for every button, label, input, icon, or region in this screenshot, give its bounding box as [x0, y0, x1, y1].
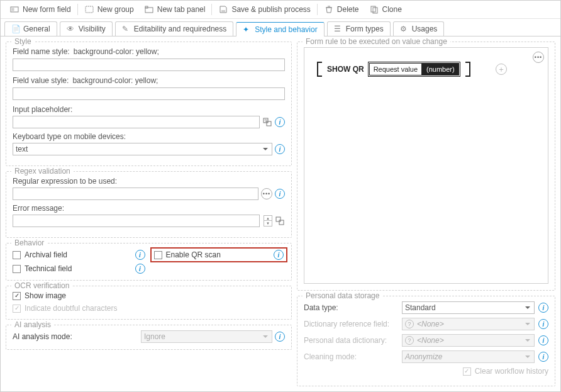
pers-dict-label: Personal data dictionary: — [304, 336, 398, 345]
data-type-select[interactable]: Standard — [402, 301, 535, 314]
tab-general[interactable]: 📄 General — [4, 21, 57, 36]
technical-label: Technical field — [25, 264, 131, 273]
form-rule-title: Form rule to be executed on value change — [303, 37, 450, 46]
rule-block[interactable]: SHOW QR Request value (number) — [313, 59, 474, 79]
save-publish-button[interactable]: Save & publish process — [213, 3, 315, 16]
pers-dict-value: <None> — [417, 336, 444, 345]
dict-ref-value: <None> — [417, 320, 444, 328]
data-type-row: Data type: Standard i — [304, 301, 548, 314]
app-window: New form field New group New tab panel S… — [0, 0, 561, 392]
field-value-style-row: Field value style: background-color: yel… — [13, 76, 285, 85]
visibility-icon: 👁 — [67, 25, 75, 33]
svg-rect-12 — [279, 220, 284, 225]
archival-label: Archival field — [25, 250, 131, 259]
svg-rect-5 — [221, 10, 225, 12]
rule-more-icon[interactable]: ••• — [533, 52, 544, 63]
separator — [317, 4, 318, 15]
input-placeholder-label: Input placeholder: — [13, 105, 285, 114]
info-icon[interactable]: i — [135, 264, 145, 274]
cleaning-select: Anonymize — [402, 350, 535, 363]
behavior-group-title: Behavior — [11, 238, 47, 247]
keyboard-type-select[interactable]: text — [13, 143, 272, 155]
info-icon[interactable]: i — [274, 250, 284, 260]
regex-error-input[interactable] — [13, 215, 260, 227]
tab-label: Editability and requiredness — [134, 25, 226, 33]
cleaning-value: Anonymize — [405, 352, 442, 361]
regex-expr-label: Regular expression to be used: — [13, 177, 285, 186]
main-pane: Style Field name style: background-color… — [1, 36, 560, 391]
usages-icon: ⚙ — [400, 25, 409, 33]
new-group-button[interactable]: New group — [79, 3, 139, 16]
input-placeholder-input[interactable] — [13, 116, 260, 128]
regex-expr-input[interactable] — [13, 188, 258, 200]
field-name-style-input[interactable] — [13, 59, 285, 71]
field-value-style-value: background-color: yellow; — [72, 76, 158, 85]
spin-up[interactable]: ▲ — [264, 215, 272, 221]
editability-icon: ✎ — [122, 25, 131, 33]
technical-field-row: Technical field i — [13, 264, 145, 274]
style-icon: ✦ — [243, 25, 252, 34]
info-icon[interactable]: i — [275, 189, 285, 199]
tab-style-behavior[interactable]: ✦ Style and behavior — [236, 22, 324, 36]
rule-action-label: SHOW QR — [327, 65, 364, 74]
field-name-style-row: Field name style: background-color: yell… — [13, 47, 285, 56]
doubtful-label: Indicate doubtful characters — [25, 304, 285, 313]
tab-label: Usages — [412, 25, 438, 33]
tab-label: Style and behavior — [255, 25, 317, 34]
archival-checkbox[interactable] — [13, 251, 21, 259]
technical-checkbox[interactable] — [13, 265, 21, 273]
cleaning-label: Cleaning mode: — [304, 352, 398, 361]
info-icon[interactable]: i — [538, 319, 548, 329]
field-value-style-input[interactable] — [13, 87, 285, 100]
delete-button[interactable]: Delete — [319, 3, 364, 16]
ai-mode-label: AI analysis mode: — [13, 332, 138, 341]
spin-down[interactable]: ▼ — [264, 221, 272, 227]
more-icon[interactable]: ••• — [261, 188, 272, 199]
info-icon[interactable]: i — [275, 117, 285, 127]
data-type-label: Data type: — [304, 303, 398, 312]
translate-icon[interactable]: 文 — [262, 117, 272, 127]
translate-icon[interactable] — [275, 216, 285, 226]
tab-label: Form types — [346, 25, 384, 33]
info-icon[interactable]: i — [275, 332, 285, 342]
save-publish-label: Save & publish process — [231, 5, 310, 14]
new-tab-panel-label: New tab panel — [157, 5, 206, 14]
dict-ref-row: Dictionary reference field: ?<None> i — [304, 318, 548, 330]
info-icon[interactable]: i — [135, 250, 145, 260]
info-icon[interactable]: i — [538, 352, 548, 362]
clone-button[interactable]: Clone — [364, 3, 407, 16]
add-rule-icon[interactable]: ＋ — [496, 64, 507, 75]
personal-data-title: Personal data storage — [303, 291, 382, 300]
archival-field-row: Archival field i — [13, 249, 145, 261]
svg-rect-2 — [86, 6, 93, 13]
tab-usages[interactable]: ⚙ Usages — [393, 21, 445, 36]
enable-qr-checkbox[interactable] — [154, 251, 162, 259]
new-form-field-label: New form field — [23, 5, 71, 14]
tab-form-types[interactable]: ☰ Form types — [327, 21, 391, 36]
field-name-style-value: background-color: yellow; — [74, 47, 159, 56]
ai-group: AI analysis AI analysis mode: Ignore i — [6, 325, 292, 350]
pers-dict-select: ?<None> — [402, 334, 535, 347]
rule-param-pill[interactable]: Request value (number) — [368, 62, 460, 77]
tab-visibility[interactable]: 👁 Visibility — [60, 21, 113, 36]
pers-dict-row: Personal data dictionary: ?<None> i — [304, 334, 548, 347]
spinner: ▲ ▼ — [264, 215, 272, 227]
dict-ref-select: ?<None> — [402, 318, 535, 330]
show-image-checkbox[interactable] — [13, 292, 21, 300]
tab-editability[interactable]: ✎ Editability and requiredness — [115, 21, 233, 36]
new-tab-panel-button[interactable]: New tab panel — [139, 3, 211, 16]
behavior-group: Behavior Archival field i Enable QR scan… — [6, 243, 292, 281]
rule-canvas[interactable]: ••• SHOW QR Request value (number) — [304, 47, 548, 284]
cleaning-row: Cleaning mode: Anonymize i — [304, 350, 548, 363]
group-icon — [84, 4, 94, 14]
enable-qr-label: Enable QR scan — [166, 250, 270, 259]
clear-history-row: Clear workflow history — [304, 367, 548, 376]
clone-icon — [369, 4, 379, 14]
show-image-label: Show image — [25, 291, 285, 300]
ai-mode-value: Ignore — [144, 332, 165, 341]
info-icon[interactable]: i — [538, 303, 548, 313]
new-form-field-button[interactable]: New form field — [4, 3, 76, 16]
dict-ref-label: Dictionary reference field: — [304, 320, 398, 328]
info-icon[interactable]: i — [538, 335, 548, 345]
info-icon[interactable]: i — [275, 144, 285, 154]
